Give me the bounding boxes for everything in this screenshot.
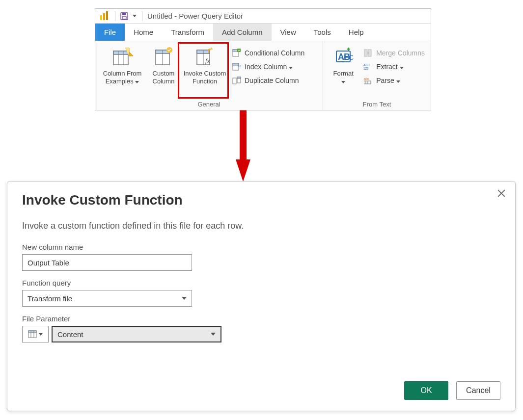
custom-column-button[interactable]: Custom Column	[146, 44, 181, 87]
conditional-column-label: Conditional Column	[245, 49, 304, 57]
annotation-arrow-icon	[236, 110, 250, 182]
file-parameter-label: File Parameter	[22, 315, 500, 323]
tab-home[interactable]: Home	[125, 24, 162, 41]
merge-columns-icon	[363, 48, 373, 58]
duplicate-column-button[interactable]: Duplicate Column	[231, 74, 305, 87]
tab-transform[interactable]: Transform	[162, 24, 213, 41]
svg-marker-46	[236, 159, 250, 182]
svg-rect-42	[364, 81, 371, 84]
duplicate-column-label: Duplicate Column	[245, 77, 299, 84]
ok-button[interactable]: OK	[404, 381, 448, 400]
custom-column-icon	[153, 46, 174, 68]
chevron-down-icon	[182, 297, 187, 300]
parse-icon: abc	[363, 76, 373, 85]
svg-rect-2	[106, 11, 108, 20]
invoke-custom-function-label: Invoke Custom Function	[182, 70, 228, 85]
index-column-button[interactable]: 123 Index Column	[231, 60, 305, 74]
svg-text:ABC: ABC	[363, 63, 370, 67]
format-button[interactable]: A B C Format	[326, 44, 360, 87]
svg-rect-32	[237, 77, 241, 79]
format-label: Format	[333, 70, 354, 85]
invoke-custom-function-dialog: Invoke Custom Function Invoke a custom f…	[7, 181, 516, 411]
duplicate-column-icon	[232, 76, 242, 85]
svg-text:abc: abc	[364, 77, 370, 80]
parse-button[interactable]: abc Parse	[362, 74, 426, 87]
tab-help[interactable]: Help	[340, 24, 373, 41]
svg-rect-4	[122, 13, 126, 15]
chevron-down-icon	[211, 333, 216, 336]
tab-file[interactable]: File	[95, 24, 125, 41]
function-query-value: Transform file	[28, 294, 72, 303]
dialog-title: Invoke Custom Function	[22, 192, 500, 208]
power-bi-logo-icon	[98, 10, 110, 22]
extract-label: Extract	[376, 63, 403, 71]
close-button[interactable]	[495, 186, 508, 200]
column-from-examples-label: Column From Examples	[99, 70, 145, 85]
column-from-examples-button[interactable]: Column From Examples	[98, 44, 146, 87]
column-from-examples-icon	[111, 46, 133, 68]
invoke-custom-function-icon: fx	[194, 46, 216, 68]
table-icon	[28, 330, 37, 339]
parse-label: Parse	[376, 77, 400, 84]
window-title: Untitled - Power Query Editor	[145, 12, 243, 20]
ribbon-body: Column From Examples Cu	[95, 41, 431, 110]
svg-text:fx: fx	[205, 57, 210, 64]
cancel-button[interactable]: Cancel	[456, 381, 500, 400]
svg-text:C: C	[349, 53, 354, 61]
index-column-icon: 123	[232, 62, 242, 72]
merge-columns-label: Merge Columns	[376, 49, 425, 57]
new-column-name-label: New column name	[22, 243, 500, 251]
title-bar: Untitled - Power Query Editor	[95, 9, 431, 24]
format-icon: A B C	[332, 46, 354, 68]
svg-text:123: 123	[237, 64, 241, 68]
tab-add-column[interactable]: Add Column	[213, 24, 272, 41]
conditional-column-icon: ≠	[232, 48, 242, 58]
parameter-type-button[interactable]	[22, 326, 49, 342]
function-query-label: Function query	[22, 279, 500, 287]
svg-rect-37	[364, 50, 367, 56]
svg-rect-7	[113, 51, 128, 54]
dialog-subtitle: Invoke a custom function defined in this…	[22, 221, 500, 231]
svg-text:123: 123	[363, 67, 369, 70]
new-column-name-input[interactable]	[22, 254, 192, 271]
extract-button[interactable]: ABC 123 Extract	[362, 60, 426, 74]
extract-icon: ABC 123	[363, 62, 373, 72]
group-label-general: General	[98, 100, 320, 110]
ribbon-tabs: File Home Transform Add Column View Tool…	[95, 24, 431, 41]
invoke-custom-function-button[interactable]: fx Invoke Custom Function	[181, 44, 229, 87]
index-column-label: Index Column	[245, 63, 293, 71]
svg-rect-0	[100, 15, 102, 20]
power-query-editor-window: Untitled - Power Query Editor File Home …	[95, 8, 431, 110]
tab-tools[interactable]: Tools	[305, 24, 340, 41]
file-parameter-select[interactable]: Content	[52, 326, 221, 342]
qat-dropdown-icon[interactable]	[132, 14, 137, 19]
function-query-select[interactable]: Transform file	[22, 290, 192, 307]
svg-rect-50	[28, 331, 36, 333]
custom-column-label: Custom Column	[147, 70, 180, 85]
tab-view[interactable]: View	[272, 24, 305, 41]
svg-rect-1	[103, 13, 105, 20]
close-icon	[497, 189, 506, 198]
chevron-down-icon	[39, 333, 43, 336]
save-icon[interactable]	[120, 12, 128, 20]
conditional-column-button[interactable]: ≠ Conditional Column	[231, 46, 305, 60]
svg-rect-5	[122, 17, 126, 19]
file-parameter-value: Content	[57, 330, 83, 339]
svg-rect-30	[233, 78, 236, 84]
group-label-from-text: From Text	[326, 100, 428, 110]
merge-columns-button: Merge Columns	[362, 46, 426, 60]
